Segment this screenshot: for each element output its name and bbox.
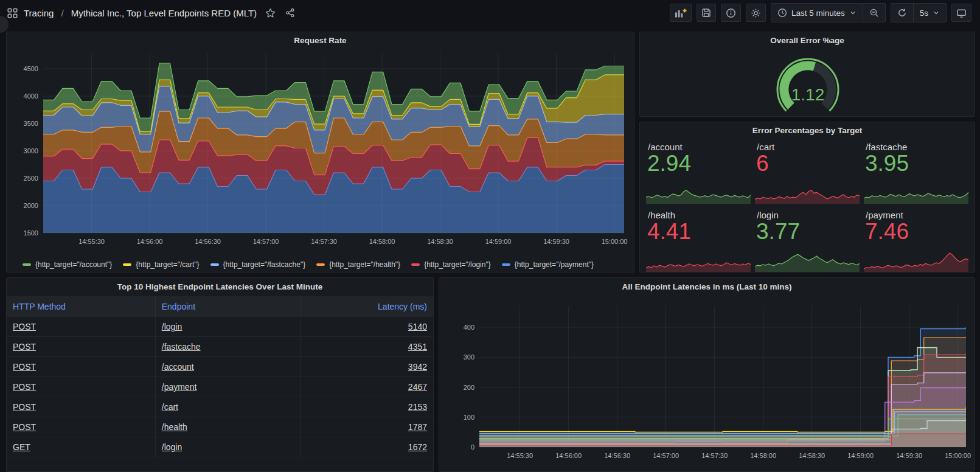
table-link[interactable]: POST [13, 382, 36, 392]
table-link[interactable]: POST [13, 342, 36, 352]
cell-method: POST [7, 317, 155, 337]
table-link[interactable]: POST [13, 322, 36, 331]
x-axis-tick: 14:57:30 [701, 452, 728, 459]
cell-endpoint: /login [155, 437, 300, 457]
legend-item[interactable]: {http_target="/cart"} [123, 260, 199, 269]
table-row: GET/login1672 [7, 437, 433, 457]
legend-item[interactable]: {http_target="/payment"} [502, 260, 594, 269]
star-icon[interactable] [265, 8, 276, 18]
x-axis-tick: 14:59:00 [485, 238, 512, 245]
add-panel-button[interactable] [670, 4, 692, 22]
x-axis-tick: 14:55:30 [507, 452, 533, 459]
request-rate-chart[interactable]: 150020002500300035004000450014:55:3014:5… [12, 49, 629, 254]
panel-title[interactable]: Error Percentages by Target [640, 122, 975, 139]
table-row: POST/cart2153 [7, 397, 433, 417]
table-link[interactable]: 1787 [408, 422, 427, 432]
stat-target-label: /cart [757, 142, 860, 152]
cell-latency: 1787 [301, 417, 434, 437]
breadcrumb: Tracing / Mythical Inc., Top Level Endpo… [7, 8, 295, 18]
stat-sparkline [646, 249, 751, 272]
stat-sparkline [864, 181, 968, 204]
cell-endpoint: /login [155, 317, 300, 337]
cell-latency: 3942 [301, 357, 434, 377]
table-link[interactable]: 4351 [408, 342, 427, 352]
legend-label: {http_target="/account"} [35, 260, 112, 269]
x-axis-tick: 14:56:30 [604, 452, 630, 459]
time-range-picker[interactable]: Last 5 minutes [771, 4, 863, 22]
panel-title[interactable]: Top 10 Highest Endpoint Latencies Over L… [7, 278, 433, 296]
cell-method: POST [7, 397, 155, 417]
refresh-interval-picker[interactable]: 5s [913, 4, 946, 22]
breadcrumb-separator: / [60, 8, 64, 18]
panel-title[interactable]: Request Rate [7, 32, 634, 49]
column-header-latency-ms-[interactable]: Latency (ms) [301, 296, 434, 317]
y-axis-tick: 4000 [24, 92, 38, 100]
cell-method: POST [7, 377, 155, 397]
table-link[interactable]: GET [13, 442, 30, 452]
y-axis-tick: 400 [464, 324, 474, 331]
legend-item[interactable]: {http_target="/login"} [411, 260, 491, 269]
legend-swatch [123, 263, 131, 266]
apps-grid-icon[interactable] [7, 8, 18, 18]
save-dashboard-button[interactable] [697, 4, 716, 22]
table-link[interactable]: POST [13, 362, 36, 372]
refresh-button[interactable] [891, 4, 913, 22]
legend-swatch [411, 263, 420, 266]
breadcrumb-app[interactable]: Tracing [24, 8, 54, 18]
stat-login: /login3.77 [755, 209, 860, 272]
table-link[interactable]: 3942 [408, 362, 427, 372]
panel-latency-table: Top 10 Highest Endpoint Latencies Over L… [6, 277, 434, 472]
table-link[interactable]: /fastcache [162, 342, 201, 352]
y-axis-tick: 3000 [24, 147, 38, 154]
top-nav: Tracing / Mythical Inc., Top Level Endpo… [0, 0, 980, 26]
share-icon[interactable] [285, 8, 295, 18]
stat-account: /account2.94 [646, 141, 751, 204]
table-link[interactable]: /login [162, 322, 182, 331]
cell-endpoint: /account [155, 357, 300, 377]
legend-item[interactable]: {http_target="/fastcache"} [210, 260, 306, 269]
latency-table: HTTP MethodEndpointLatency (ms) POST/log… [7, 296, 433, 457]
table-link[interactable]: /health [162, 422, 187, 432]
stat-value: 4.41 [647, 220, 751, 243]
table-link[interactable]: 1672 [408, 442, 427, 452]
table-link[interactable]: /login [162, 442, 182, 452]
y-axis-tick: 200 [464, 384, 474, 391]
table-link[interactable]: 2467 [408, 382, 427, 392]
panel-title[interactable]: All Endpoint Latencies in ms (Last 10 mi… [439, 278, 975, 296]
dashboard-insights-button[interactable] [721, 4, 741, 22]
stat-sparkline [755, 249, 860, 272]
column-header-http-method[interactable]: HTTP Method [7, 296, 155, 317]
x-axis-tick: 14:57:30 [311, 238, 337, 245]
legend-item[interactable]: {http_target="/health"} [316, 260, 400, 269]
table-link[interactable]: 5140 [408, 322, 427, 331]
error-stats-grid: /account2.94/cart6/fastcache3.95/health4… [646, 141, 968, 272]
table-link[interactable]: POST [13, 402, 36, 412]
latency-chart[interactable]: 010020030040014:55:3014:56:0014:56:3014:… [444, 299, 971, 470]
dashboard-settings-button[interactable] [746, 4, 766, 22]
tv-mode-button[interactable] [951, 4, 971, 22]
y-axis-tick: 1500 [24, 229, 38, 237]
cell-method: POST [7, 337, 155, 357]
legend-item[interactable]: {http_target="/account"} [23, 260, 112, 269]
cell-endpoint: /cart [155, 397, 300, 417]
time-range-label: Last 5 minutes [791, 9, 845, 18]
y-axis-tick: 4500 [24, 65, 38, 72]
x-axis-tick: 14:56:00 [137, 238, 163, 245]
y-axis-tick: 3500 [24, 120, 38, 127]
panel-title[interactable]: Overall Error %age [640, 32, 975, 49]
x-axis-tick: 14:56:30 [195, 238, 221, 245]
grafana-dashboard: Tracing / Mythical Inc., Top Level Endpo… [0, 0, 980, 472]
legend-label: {http_target="/payment"} [515, 260, 594, 269]
x-axis-tick: 14:59:00 [847, 452, 874, 459]
legend-swatch [502, 263, 510, 266]
table-link[interactable]: POST [13, 422, 36, 432]
column-header-endpoint[interactable]: Endpoint [155, 296, 300, 317]
refresh-group: 5s [891, 3, 947, 23]
table-link[interactable]: /cart [162, 402, 178, 412]
zoom-out-time-button[interactable] [863, 4, 885, 22]
table-link[interactable]: 2153 [408, 402, 427, 412]
table-link[interactable]: /payment [162, 382, 197, 392]
table-link[interactable]: /account [162, 362, 194, 372]
stat-sparkline [864, 249, 968, 272]
save-icon [701, 8, 711, 18]
